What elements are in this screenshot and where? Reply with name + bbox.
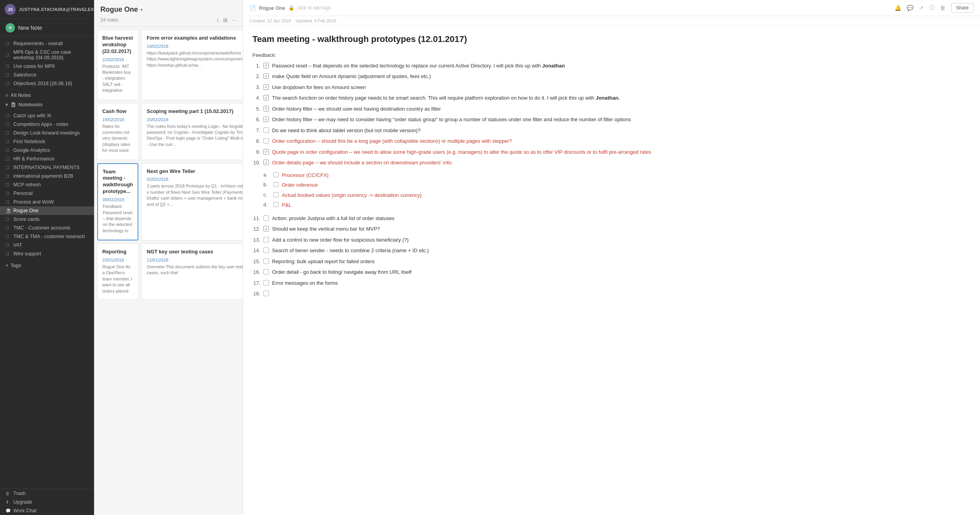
tag-icon: + (5, 263, 8, 268)
sub-checkbox-a[interactable] (274, 172, 279, 177)
note-card-6[interactable]: Reporting 23/01/2018 Rogue One As a Ops/… (97, 244, 138, 299)
sidebar-item-competitors[interactable]: ☐ Competitors Apps - notes (0, 120, 94, 129)
sidebar-item-requirements[interactable]: ☐ Requirements - overall (0, 39, 94, 48)
checkbox-16[interactable] (263, 269, 269, 275)
sidebar-item-scorecards[interactable]: ☐ Score cards (0, 215, 94, 224)
sub-item-d: d. P&L (263, 201, 971, 209)
sidebar-item-intl[interactable]: ☐ INTERNATIONAL PAYMENTS (0, 163, 94, 172)
new-note-icon: + (5, 23, 15, 33)
tags-header[interactable]: + Tags (0, 260, 94, 270)
checkbox-1[interactable] (263, 63, 269, 68)
sort-icon[interactable]: ↕ (216, 17, 219, 23)
notebook-icon: ☐ (5, 174, 11, 179)
notebook-icon-active: 📓 (5, 208, 11, 213)
list-item-2: 2. make Quote field on Amount dynamic (a… (252, 73, 971, 80)
sidebar-item-design[interactable]: ☐ Design Look-forward meetings (0, 129, 94, 137)
notebook-title: Rogue One (100, 5, 138, 14)
note-card-title: Reporting (102, 249, 133, 255)
sidebar: JS JUSTYNA.STACHURA@TRAVELEX.COM ▾ + New… (0, 0, 94, 515)
checkbox-18[interactable] (263, 291, 269, 296)
note-card-0[interactable]: Blue harvest wrokshop (22.02.2017) 22/02… (97, 30, 138, 100)
notebook-chevron-icon[interactable]: ▾ (140, 7, 143, 13)
checkbox-4[interactable] (263, 95, 269, 100)
sidebar-item-usecases[interactable]: ☐ Use cases for MP6 (0, 62, 94, 71)
sidebar-item-mp6[interactable]: ☐ MP6 Ops & CSC use case workshop (04.09… (0, 48, 94, 62)
notebooks-header[interactable]: ▾ 📓 Notebooks (0, 100, 94, 109)
checkbox-13[interactable] (263, 237, 269, 242)
main-body: Team meeting - walkthrough prototypes (1… (243, 26, 980, 515)
trash-icon: 🗑 (5, 491, 11, 496)
checkbox-3[interactable] (263, 84, 269, 90)
info-icon[interactable]: ⓘ (929, 4, 935, 11)
share-button[interactable]: Share (951, 3, 974, 13)
chat-bubble-icon[interactable]: 💬 (907, 5, 913, 11)
note-card-date: 22/02/2018 (102, 57, 133, 62)
note-card-2[interactable]: Cash flow 19/02/2018 Rates for currencie… (97, 103, 138, 160)
note-card-preview: 3 parts across 2018 Prototype by Q1 - In… (147, 183, 243, 207)
new-note-button[interactable]: + New Note (0, 19, 94, 37)
grid-view-icon[interactable]: ⊞ (223, 17, 228, 23)
checkbox-17[interactable] (263, 280, 269, 286)
note-card-4[interactable]: Team meeting - walkthrough prototype... … (97, 163, 138, 241)
checkbox-6[interactable] (263, 116, 269, 122)
alarm-icon[interactable]: 🔔 (895, 5, 901, 11)
checkbox-15[interactable] (263, 258, 269, 264)
sidebar-item-label: First Notebook (13, 139, 45, 144)
sidebar-item-process[interactable]: ☐ Process and WoW (0, 198, 94, 206)
sidebar-item-catchups[interactable]: ☐ Catch ups with Xi (0, 111, 94, 120)
sidebar-item-analytics[interactable]: ☐ Google Analytics (0, 146, 94, 155)
sidebar-item-rogueone[interactable]: 📓 Rogue One (0, 206, 94, 215)
notebook-icon: ☐ (5, 131, 11, 136)
checkbox-7[interactable] (263, 127, 269, 133)
checkbox-12[interactable] (263, 226, 269, 231)
all-notes-header[interactable]: ≡ All Notes (0, 90, 94, 100)
tags-label: Tags (11, 263, 21, 268)
sub-checkbox-b[interactable] (274, 182, 279, 187)
checkbox-11[interactable] (263, 215, 269, 221)
delete-icon[interactable]: 🗑 (940, 5, 946, 11)
sidebar-item-label: Personal (13, 191, 33, 196)
sidebar-item-intlb2b[interactable]: ☐ international payments B2B (0, 172, 94, 180)
note-card-1[interactable]: Form error examples and validations 19/0… (142, 30, 243, 100)
list-item-1: 1. Password reset – that depends on the … (252, 62, 971, 70)
sidebar-item-firstnotebook[interactable]: ☐ First Notebook (0, 137, 94, 146)
sidebar-item-tmctma[interactable]: ☐ TMC & TMA - customer reserach (0, 232, 94, 241)
sidebar-item-objectives[interactable]: ☐ Objectives 2018 (26.06.18) (0, 79, 94, 88)
sidebar-item-mcp[interactable]: ☐ MCP refresh (0, 180, 94, 189)
more-options-icon[interactable]: ··· (232, 17, 236, 23)
checkbox-9[interactable] (263, 149, 269, 155)
note-card-5[interactable]: Next gen Wire Teller 02/02/2018 3 parts … (142, 163, 243, 241)
sidebar-item-vat[interactable]: ☐ VAT (0, 241, 94, 249)
sidebar-item-trash[interactable]: 🗑 Trash (0, 489, 94, 498)
checkbox-8[interactable] (263, 138, 269, 144)
trash-label: Trash (13, 491, 26, 496)
sidebar-item-personal[interactable]: ☐ Personal (0, 189, 94, 198)
sidebar-item-wire[interactable]: ☐ Wire support (0, 249, 94, 258)
checkbox-10[interactable] (263, 160, 269, 165)
note-card-7[interactable]: NGT key user testing cases 12/01/2018 Ov… (142, 244, 243, 299)
notes-header: Rogue One ▾ 24 notes ↕ ⊞ ··· (94, 0, 243, 27)
notebook-book-icon: 📓 (10, 102, 16, 107)
tags-placeholder[interactable]: click to add tags (298, 5, 331, 11)
note-card-3[interactable]: Scoping meeting part 1 (15.02.2017) 15/0… (142, 103, 243, 160)
sub-checkbox-c[interactable] (274, 192, 279, 197)
sidebar-item-salesforce[interactable]: ☐ Salesforce (0, 71, 94, 79)
note-card-title: Blue harvest wrokshop (22.02.2017) (102, 35, 133, 55)
share-circle-icon[interactable]: ↗ (919, 5, 924, 11)
notebooks-icon: ▾ (5, 102, 8, 107)
sidebar-item-hr[interactable]: ☐ HR & Performance (0, 155, 94, 163)
main-header-notebook-name: Rogue One (259, 5, 285, 11)
notes-scroll-area[interactable]: Blue harvest wrokshop (22.02.2017) 22/02… (94, 27, 243, 515)
sidebar-item-upgrade[interactable]: ⬆ Upgrade (0, 498, 94, 506)
checkbox-2[interactable] (263, 73, 269, 79)
checkbox-14[interactable] (263, 247, 269, 253)
list-item-15: 15. Reporting: bulk upload report for fa… (252, 258, 971, 266)
notebooks-list: ☐ Catch ups with Xi ☐ Competitors Apps -… (0, 109, 94, 260)
checkbox-5[interactable] (263, 106, 269, 111)
sidebar-item-label: Requirements - overall (13, 41, 63, 46)
sub-checkbox-d[interactable] (274, 202, 279, 207)
sidebar-user-header[interactable]: JS JUSTYNA.STACHURA@TRAVELEX.COM ▾ (0, 0, 94, 19)
sidebar-item-tmc[interactable]: ☐ TMC - Customer accounts (0, 224, 94, 232)
sidebar-item-label: TMC - Customer accounts (13, 225, 71, 231)
sidebar-item-workchat[interactable]: 💬 Work Chat (0, 506, 94, 515)
